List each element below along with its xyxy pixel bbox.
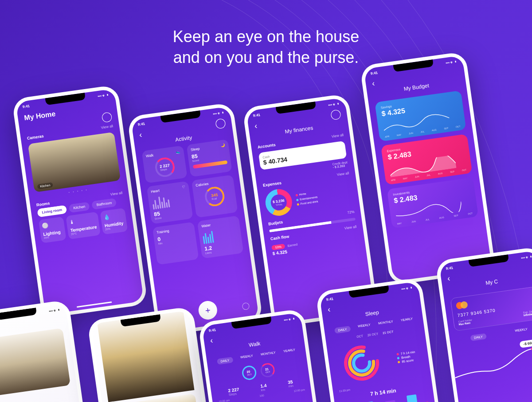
budget-card-investments[interactable]: Investments$ 2.483 MAYJUNJULAUGSEPOCT	[387, 177, 478, 228]
avatar-icon[interactable]	[330, 109, 341, 120]
phone-my-home: 9:41••• ᯤ ▮ My Home CamerasView all Kitc…	[12, 85, 148, 319]
dock-profile-icon[interactable]	[242, 302, 250, 310]
cameras-label: Cameras	[27, 134, 44, 141]
card-sleep[interactable]: Sleep🌙85Score	[186, 139, 232, 177]
rooms-label: Rooms	[36, 201, 50, 207]
room-photo-ceiling[interactable]	[0, 328, 70, 397]
tile-humidity[interactable]: 💧Humidity20%	[100, 208, 128, 234]
back-button[interactable]	[139, 130, 143, 140]
metric-distance: 1.4km	[260, 383, 267, 392]
back-button[interactable]	[210, 336, 214, 346]
fab-add[interactable]: +	[197, 300, 218, 320]
budget-card-expenses[interactable]: Expenses$ 2.483 APRMAYJUNJULAUGSEPOCT	[381, 134, 472, 185]
day-ring-20[interactable]: 20OCT	[241, 365, 257, 381]
expenses-donut: $ 3.236TOTAL	[264, 187, 294, 218]
droplet-icon: 💧	[103, 212, 123, 221]
phone-activity: 9:41••• ᯤ ▮ Activity Walk👟2 227Steps Sle…	[127, 102, 263, 337]
metric-time: 35min	[288, 379, 294, 388]
view-all-cameras[interactable]: View all	[101, 124, 113, 130]
view-all-rooms[interactable]: View all	[110, 191, 123, 197]
card-water[interactable]: Water1.2Liters	[197, 215, 244, 258]
moon-icon: 🌙	[220, 143, 225, 148]
card-calories[interactable]: Calories345Kcal	[192, 175, 238, 218]
avatar-icon[interactable]	[102, 112, 113, 123]
room-photo-kitchen-1[interactable]	[97, 311, 194, 402]
camera-tag: Kitchen	[37, 182, 54, 189]
phone-card: 9:41••• ᯤ ▮ My C 7377 9346 5370 Card hol…	[435, 246, 532, 402]
avatar-icon[interactable]	[215, 118, 226, 129]
back-button[interactable]	[447, 274, 451, 284]
back-button[interactable]	[372, 79, 376, 89]
expenses-legend: Home Entertainments Food and drink	[295, 190, 318, 207]
svg-point-2	[352, 354, 371, 372]
phone-sleep: 9:41••• ᯤ ▮ Sleep DAILYWEEKLYMONTHLYYEAR…	[315, 277, 451, 402]
phone-budget: 9:41••• ᯤ ▮ My Budget Savings$ 4.325 APR…	[360, 51, 496, 286]
status-time: 9:41	[22, 104, 30, 109]
sleep-ring	[339, 340, 384, 386]
home-indicator	[77, 301, 112, 308]
phone-camera-detail: 9:41••• ᯤ ▮ Live	[0, 300, 99, 402]
camera-preview[interactable]: Kitchen	[28, 132, 121, 192]
phone-walk: 9:41••• ᯤ ▮ Walk DAILYWEEKLYMONTHLYYEARL…	[198, 308, 334, 402]
tile-lighting[interactable]: ⚪Lighting20%	[39, 217, 66, 243]
shoe-icon: 👟	[176, 149, 180, 154]
sleep-legend: 7 h 14 min Breath 85 score	[390, 348, 422, 365]
day-ring-21[interactable]: 21OCT	[260, 362, 276, 378]
card-training[interactable]: Training0Min	[153, 222, 199, 265]
back-button[interactable]	[327, 305, 331, 315]
status-icons: ••• ᯤ ▮	[98, 93, 109, 98]
budget-card-savings[interactable]: Savings$ 4.325 APRMAYJUNJULAUGSEPOCT	[375, 90, 466, 141]
tile-temperature[interactable]: 🌡Temperature20°C	[66, 212, 101, 239]
back-button[interactable]	[254, 121, 258, 131]
card-heart[interactable]: Heart♡85Score	[147, 181, 193, 224]
card-walk[interactable]: Walk👟2 227Steps	[141, 145, 187, 183]
thermometer-icon: 🌡	[69, 215, 96, 225]
heart-icon: ♡	[182, 185, 185, 189]
metric-steps: 2 227Steps	[228, 387, 240, 396]
bulb-icon: ⚪	[42, 220, 62, 229]
